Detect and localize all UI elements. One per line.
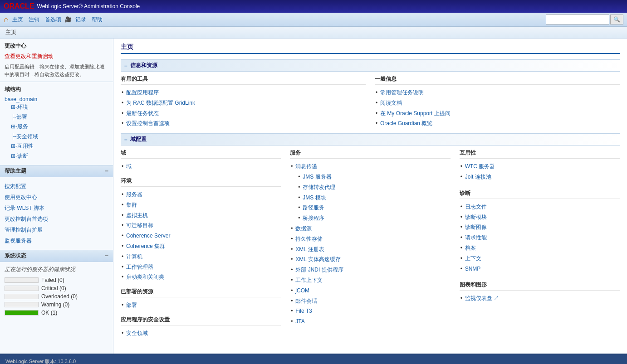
tree-node-interop[interactable]: ⊞-互用性 (5, 141, 108, 151)
link-bridge[interactable]: 桥接程序 (290, 213, 450, 223)
help-manage-extensions[interactable]: 管理控制台扩展 (5, 224, 108, 235)
system-status-collapse[interactable]: − (105, 252, 108, 259)
top-header-bar: ORACLE WebLogic Server® Administration C… (0, 0, 627, 13)
link-dashboard[interactable]: 监视仪表盘 ↗ (460, 293, 620, 304)
nav-cancel[interactable]: 注销 (27, 16, 41, 24)
link-oracle-guardian[interactable]: Oracle Guardian 概览 (375, 118, 620, 129)
general-info-section: 一般信息 常用管理任务说明 阅读文档 在 My Oracle Support 上… (375, 75, 620, 129)
breadcrumb: 主页 (0, 27, 627, 39)
deployed-section: 已部署的资源 部署 (121, 288, 281, 311)
link-jndi-provider[interactable]: 外部 JNDI 提供程序 (290, 265, 450, 275)
help-search-config[interactable]: 搜索配置 (5, 181, 108, 192)
help-change-preferences[interactable]: 更改控制台首选项 (5, 214, 108, 224)
nav-home[interactable]: 主页 (10, 16, 25, 24)
link-messaging[interactable]: 消息传递 (290, 161, 450, 172)
link-store-fwd[interactable]: 存储转发代理 (290, 182, 450, 193)
domain-structure-title: 域结构 (5, 86, 108, 93)
footer: WebLogic Server 版本: 10.3.6.0 版权所有 © 1996… (0, 354, 627, 364)
tree-node-diag[interactable]: ⊞-诊断 (5, 151, 108, 161)
link-file-t3[interactable]: File T3 (290, 306, 450, 316)
col3: 互用性 WTC 服务器 Jolt 连接池 诊断 日志文件 诊断模块 诊断图像 请… (460, 149, 620, 339)
diag-section: 诊断 日志文件 诊断模块 诊断图像 请求性能 档案 上下文 SNMP (460, 189, 620, 274)
view-changes-link[interactable]: 查看更改和重新启动 (5, 53, 54, 59)
health-overloaded-label: Overloaded (0) (41, 293, 78, 300)
link-diag-image[interactable]: 诊断图像 (460, 222, 620, 233)
link-vhost[interactable]: 虚拟主机 (121, 210, 281, 221)
nav-preferences[interactable]: 首选项 (43, 16, 63, 24)
health-critical: Critical (0) (5, 285, 108, 291)
link-jms-server[interactable]: JMS 服务器 (290, 172, 450, 182)
health-critical-label: Critical (0) (41, 285, 66, 291)
link-context[interactable]: 上下文 (460, 253, 620, 264)
health-ok: OK (1) (5, 310, 108, 316)
footer-left: WebLogic Server 版本: 10.3.6.0 版权所有 © 1996… (5, 357, 213, 364)
diag-title: 诊断 (460, 189, 620, 199)
tree-node-services[interactable]: ⊞-服务 (5, 122, 108, 132)
link-rac-gridlink[interactable]: 为 RAC 数据源配置 GridLink (121, 98, 366, 108)
help-topics-collapse[interactable]: − (105, 167, 108, 175)
link-mail-session[interactable]: 邮件会话 (290, 296, 450, 306)
health-ok-label: OK (1) (41, 310, 57, 316)
domain-config-header: 域配置 (121, 133, 620, 146)
search-area: 🔍 (546, 15, 623, 24)
link-jms-module[interactable]: JMS 模块 (290, 193, 450, 203)
link-coherence-server[interactable]: Coherence Server (121, 231, 281, 241)
nav-record[interactable]: 记录 (73, 16, 88, 24)
link-datasource[interactable]: 数据源 (290, 223, 450, 234)
health-failed: Failed (0) (5, 277, 108, 283)
search-button[interactable]: 🔍 (610, 15, 623, 24)
link-log-files[interactable]: 日志文件 (460, 202, 620, 212)
link-work-context[interactable]: 工作上下文 (290, 275, 450, 286)
link-jta[interactable]: JTA (290, 316, 450, 327)
link-security-realm[interactable]: 安全领域 (121, 328, 281, 339)
link-oracle-support[interactable]: 在 My Oracle Support 上提问 (375, 108, 620, 119)
link-req-perf[interactable]: 请求性能 (460, 233, 620, 243)
health-ok-bar-bg (5, 310, 39, 315)
link-jcom[interactable]: jCOM (290, 286, 450, 296)
link-wtc[interactable]: WTC 服务器 (460, 161, 620, 172)
link-snmp[interactable]: SNMP (460, 264, 620, 274)
help-monitor-server[interactable]: 监视服务器 (5, 235, 108, 246)
link-latest-task[interactable]: 最新任务状态 (121, 108, 366, 119)
link-coherence-cluster[interactable]: Coherence 集群 (121, 241, 281, 252)
link-machines[interactable]: 计算机 (121, 252, 281, 262)
charts-title: 图表和图形 (460, 281, 620, 291)
link-migrate-target[interactable]: 可迁移目标 (121, 220, 281, 231)
domain-config-grid: 域 域 环境 服务器 集群 虚拟主机 可迁移目标 Coherence Serve… (121, 149, 620, 339)
link-cluster[interactable]: 集群 (121, 200, 281, 210)
help-record-wlst[interactable]: 记录 WLST 脚本 (5, 203, 108, 214)
link-admin-tasks[interactable]: 常用管理任务说明 (375, 87, 620, 98)
tree-node-security[interactable]: ├-安全领域 (5, 132, 108, 142)
health-failed-bar-bg (5, 277, 39, 283)
interop-section: 互用性 WTC 服务器 Jolt 连接池 (460, 149, 620, 182)
security-settings-section: 应用程序的安全设置 安全领域 (121, 316, 281, 339)
link-xml-registry[interactable]: XML 注册表 (290, 244, 450, 255)
change-center-title: 更改中心 (5, 42, 108, 50)
help-use-change-center[interactable]: 使用更改中心 (5, 192, 108, 203)
link-persist-store[interactable]: 持久性存储 (290, 234, 450, 244)
help-topics-header: 帮助主题 − (0, 165, 113, 177)
link-work-mgr[interactable]: 工作管理器 (121, 262, 281, 272)
tree-node-deploy[interactable]: ├-部署 (5, 112, 108, 122)
link-deploy[interactable]: 部署 (121, 300, 281, 311)
charts-section: 图表和图形 监视仪表盘 ↗ (460, 281, 620, 304)
search-input[interactable] (546, 15, 609, 24)
tree-root[interactable]: base_domain (5, 96, 108, 102)
link-diag-module[interactable]: 诊断模块 (460, 212, 620, 223)
link-domain[interactable]: 域 (121, 161, 281, 172)
link-archive[interactable]: 档案 (460, 243, 620, 253)
link-read-docs[interactable]: 阅读文档 (375, 98, 620, 108)
tree-node-env[interactable]: ⊞-环境 (5, 102, 108, 112)
link-server[interactable]: 服务器 (121, 189, 281, 200)
link-path-svc[interactable]: 路径服务 (290, 203, 450, 213)
interop-title: 互用性 (460, 149, 620, 159)
link-jolt[interactable]: Jolt 连接池 (460, 172, 620, 182)
nav-help[interactable]: 帮助 (90, 16, 104, 24)
link-xml-cache[interactable]: XML 实体高速缓存 (290, 254, 450, 265)
domain-title: 域 (121, 149, 281, 159)
link-startup-shutdown[interactable]: 启动类和关闭类 (121, 272, 281, 282)
env-section: 环境 服务器 集群 虚拟主机 可迁移目标 Coherence Server Co… (121, 177, 281, 282)
link-console-prefs[interactable]: 设置控制台首选项 (121, 118, 366, 129)
link-config-apps[interactable]: 配置应用程序 (121, 87, 366, 98)
record-icon: 🎥 (65, 16, 72, 23)
